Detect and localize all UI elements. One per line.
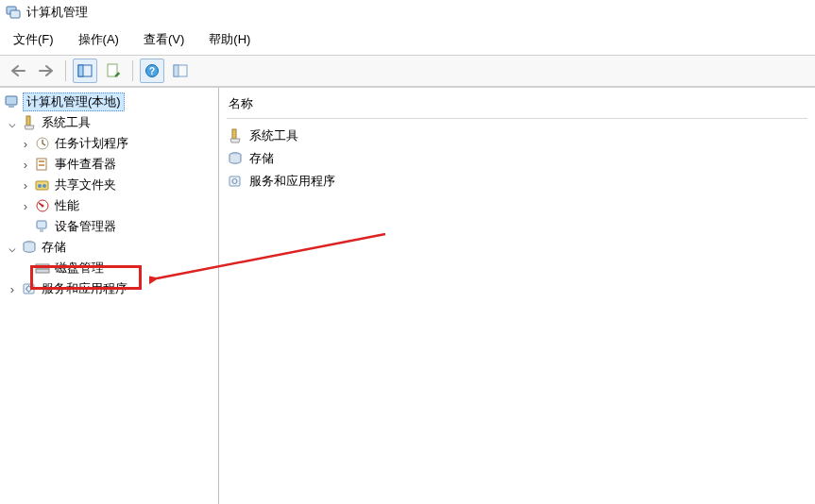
tree-label: 计算机管理(本地): [23, 92, 125, 111]
tree-node-storage[interactable]: ⌵ 存储: [2, 237, 216, 258]
tree-node-task-scheduler[interactable]: › 任务计划程序: [2, 133, 216, 154]
tree-node-performance[interactable]: › 性能: [2, 195, 216, 216]
tree-label: 共享文件夹: [53, 176, 118, 193]
device-manager-icon: [34, 219, 51, 234]
computer-management-icon: [4, 94, 21, 109]
show-hide-tree-button[interactable]: [73, 59, 97, 83]
menu-view[interactable]: 查看(V): [140, 29, 188, 50]
chevron-down-icon[interactable]: ⌵: [6, 241, 19, 254]
list-item[interactable]: 系统工具: [227, 125, 807, 147]
properties-button[interactable]: [101, 59, 126, 83]
tree-label: 服务和应用程序: [40, 280, 129, 297]
svg-rect-10: [8, 106, 14, 108]
svg-rect-4: [108, 64, 117, 76]
tree-label: 性能: [53, 197, 81, 214]
disk-management-icon: [34, 260, 51, 276]
svg-rect-22: [40, 229, 43, 232]
svg-rect-1: [10, 10, 20, 18]
toolbar: ?: [0, 55, 815, 87]
menu-help[interactable]: 帮助(H): [205, 29, 254, 50]
chevron-right-icon[interactable]: ›: [19, 178, 32, 192]
tree-node-event-viewer[interactable]: › 事件查看器: [2, 154, 216, 175]
toolbar-separator: [65, 60, 66, 81]
toolbar-separator: [132, 60, 133, 81]
tree-label: 磁盘管理: [53, 260, 106, 277]
system-tools-icon: [21, 115, 38, 130]
services-apps-icon: [227, 174, 244, 189]
help-button[interactable]: ?: [140, 59, 164, 83]
tree-root-computer-management[interactable]: 计算机管理(本地): [2, 92, 216, 112]
tree-label: 设备管理器: [53, 218, 118, 235]
event-viewer-icon: [34, 157, 51, 172]
svg-rect-15: [39, 164, 44, 166]
svg-text:?: ?: [149, 66, 155, 76]
svg-rect-26: [38, 265, 41, 267]
svg-rect-16: [36, 181, 48, 190]
menu-action[interactable]: 操作(A): [75, 29, 123, 50]
chevron-right-icon[interactable]: ›: [6, 282, 19, 295]
tree-label: 事件查看器: [53, 156, 118, 173]
menu-file[interactable]: 文件(F): [9, 29, 58, 50]
svg-point-17: [38, 184, 42, 188]
svg-rect-3: [78, 65, 83, 76]
tree-label: 存储: [40, 239, 68, 256]
nav-back-button[interactable]: [6, 59, 30, 83]
list-item-label: 存储: [249, 150, 274, 167]
content-area: 计算机管理(本地) ⌵ 系统工具 › 任务计划程序 › 事件查看器 ›: [0, 87, 815, 504]
tree-label: 任务计划程序: [53, 135, 130, 152]
svg-rect-29: [232, 129, 236, 139]
tree-node-disk-management[interactable]: 磁盘管理: [2, 258, 216, 278]
clock-icon: [34, 136, 51, 151]
menu-bar: 文件(F) 操作(A) 查看(V) 帮助(H): [0, 25, 815, 55]
system-tools-icon: [227, 128, 244, 143]
svg-rect-8: [174, 65, 178, 76]
svg-rect-11: [26, 116, 30, 126]
storage-icon: [227, 151, 244, 166]
list-item-label: 系统工具: [249, 127, 298, 144]
chevron-right-icon[interactable]: ›: [19, 137, 32, 150]
svg-rect-31: [229, 176, 240, 186]
app-icon: [6, 5, 21, 20]
tree-node-device-manager[interactable]: 设备管理器: [2, 216, 216, 237]
list-item[interactable]: 服务和应用程序: [227, 170, 807, 193]
tree-node-services-apps[interactable]: › 服务和应用程序: [2, 278, 216, 299]
list-item-label: 服务和应用程序: [249, 173, 335, 190]
window-title: 计算机管理: [26, 4, 88, 21]
list-item[interactable]: 存储: [227, 147, 807, 170]
services-apps-icon: [21, 281, 38, 296]
chevron-right-icon[interactable]: ›: [19, 199, 32, 212]
title-bar: 计算机管理: [0, 0, 815, 25]
svg-point-18: [42, 184, 46, 188]
tree-node-system-tools[interactable]: ⌵ 系统工具: [2, 112, 216, 133]
tree-node-shared-folders[interactable]: › 共享文件夹: [2, 175, 216, 195]
shared-folders-icon: [34, 177, 51, 193]
nav-forward-button[interactable]: [34, 59, 59, 83]
tree-label: 系统工具: [40, 114, 93, 131]
performance-icon: [34, 198, 51, 213]
refresh-button[interactable]: [168, 59, 193, 83]
svg-rect-21: [37, 221, 46, 228]
chevron-right-icon[interactable]: ›: [19, 158, 32, 171]
svg-rect-14: [39, 160, 44, 162]
details-pane: 名称 系统工具 存储 服务和应用程序: [219, 88, 815, 504]
column-header-name[interactable]: 名称: [227, 92, 807, 119]
svg-rect-9: [6, 96, 17, 105]
svg-rect-25: [36, 269, 49, 273]
navigation-tree[interactable]: 计算机管理(本地) ⌵ 系统工具 › 任务计划程序 › 事件查看器 ›: [0, 88, 219, 504]
svg-point-20: [42, 205, 44, 208]
storage-icon: [21, 240, 38, 255]
chevron-down-icon[interactable]: ⌵: [6, 116, 19, 129]
